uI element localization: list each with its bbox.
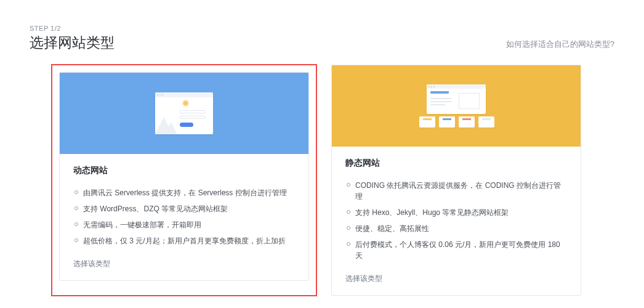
title-block: STEP 1/2 选择网站类型 — [30, 25, 115, 52]
card-title: 动态网站 — [73, 165, 295, 176]
page-header: STEP 1/2 选择网站类型 如何选择适合自己的网站类型? — [30, 25, 614, 52]
card-inner: 动态网站 由腾讯云 Serverless 提供支持，在 Serverless 控… — [59, 72, 309, 281]
help-link[interactable]: 如何选择适合自己的网站类型? — [506, 39, 614, 52]
dynamic-site-illustration — [155, 92, 213, 134]
card-static-site[interactable]: 静态网站 CODING 依托腾讯云资源提供服务，在 CODING 控制台进行管理… — [331, 65, 581, 296]
card-hero — [332, 65, 581, 147]
feature-item: 支持 WordPress、DZQ 等常见动态网站框架 — [73, 201, 295, 217]
card-inner: 静态网站 CODING 依托腾讯云资源提供服务，在 CODING 控制台进行管理… — [331, 65, 581, 296]
feature-item: 超低价格，仅 3 元/月起；新用户首月更享免费额度，折上加折 — [73, 233, 295, 249]
card-body: 静态网站 CODING 依托腾讯云资源提供服务，在 CODING 控制台进行管理… — [332, 147, 581, 295]
feature-item: 无需编码，一键极速部署，开箱即用 — [73, 217, 295, 233]
select-type-link[interactable]: 选择该类型 — [345, 274, 567, 284]
feature-item: 由腾讯云 Serverless 提供支持，在 Serverless 控制台进行管… — [73, 185, 295, 201]
cards-row: 动态网站 由腾讯云 Serverless 提供支持，在 Serverless 控… — [30, 65, 614, 296]
feature-item: CODING 依托腾讯云资源提供服务，在 CODING 控制台进行管理 — [345, 177, 567, 205]
feature-item: 支持 Hexo、Jekyll、Hugo 等常见静态网站框架 — [345, 205, 567, 221]
feature-list: CODING 依托腾讯云资源提供服务，在 CODING 控制台进行管理 支持 H… — [345, 177, 567, 264]
step-label: STEP 1/2 — [30, 25, 115, 32]
feature-list: 由腾讯云 Serverless 提供支持，在 Serverless 控制台进行管… — [73, 185, 295, 249]
card-dynamic-site[interactable]: 动态网站 由腾讯云 Serverless 提供支持，在 Serverless 控… — [52, 65, 316, 296]
select-type-link[interactable]: 选择该类型 — [73, 259, 295, 269]
card-title: 静态网站 — [345, 158, 567, 169]
static-site-illustration — [419, 84, 493, 128]
card-hero — [60, 73, 308, 154]
page-title: 选择网站类型 — [30, 33, 115, 52]
card-body: 动态网站 由腾讯云 Serverless 提供支持，在 Serverless 控… — [60, 154, 308, 280]
feature-item: 便捷、稳定、高拓展性 — [345, 221, 567, 237]
feature-item: 后付费模式，个人博客仅 0.06 元/月，新用户更可免费使用 180 天 — [345, 237, 567, 264]
